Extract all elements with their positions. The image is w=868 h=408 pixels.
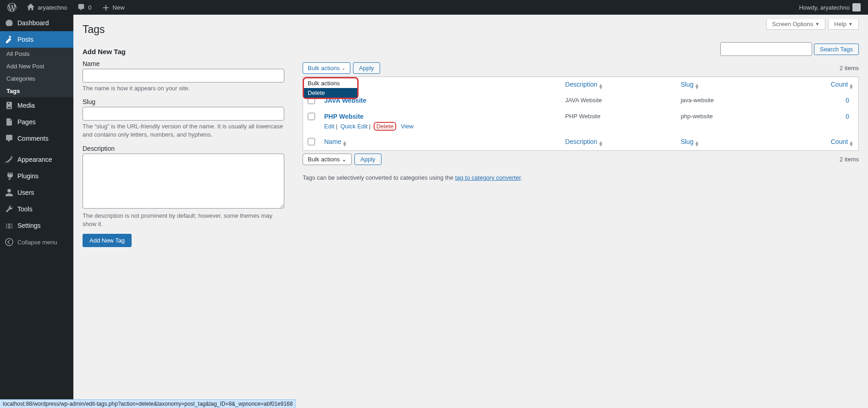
sidebar-item-tools[interactable]: Tools: [0, 201, 73, 217]
col-count-foot[interactable]: Count▲▼: [780, 134, 858, 150]
sidebar-item-settings[interactable]: Settings: [0, 217, 73, 234]
chevron-down-icon: ▼: [815, 22, 819, 27]
tag-count-link[interactable]: 0: [846, 113, 849, 120]
bulk-option-delete[interactable]: Delete: [304, 88, 357, 98]
comments-count: 0: [88, 4, 91, 11]
comment-icon: [77, 3, 85, 11]
comments-icon: [5, 134, 14, 143]
pin-icon: [5, 35, 14, 44]
table-row: JAVA Website JAVA Website java-website 0: [303, 93, 858, 109]
apply-button-bottom[interactable]: Apply: [354, 154, 381, 165]
name-input[interactable]: [83, 69, 284, 83]
sort-icon: ▲▼: [598, 83, 603, 89]
users-label: Users: [17, 189, 34, 196]
sidebar-item-categories[interactable]: Categories: [0, 72, 73, 85]
sidebar-item-appearance[interactable]: Appearance: [0, 151, 73, 168]
tag-to-category-converter-link[interactable]: tag to category converter: [455, 174, 520, 181]
pages-icon: [5, 117, 14, 127]
description-label: Description: [83, 145, 284, 152]
chevron-down-icon: ⌄: [342, 66, 345, 71]
avatar-icon: [852, 3, 861, 11]
table-row: PHP Website Edit| Quick Edit| Delete Vie…: [303, 109, 858, 134]
add-new-tag-button[interactable]: Add New Tag: [83, 234, 132, 247]
col-name-foot[interactable]: Name▲▼: [320, 134, 561, 150]
sidebar-item-comments[interactable]: Comments: [0, 130, 73, 147]
collapse-menu[interactable]: Collapse menu: [0, 234, 73, 250]
sort-icon: ▲▼: [694, 83, 699, 89]
new-content[interactable]: New: [98, 0, 128, 15]
col-count[interactable]: Count▲▼: [780, 77, 858, 93]
select-all-checkbox-bottom[interactable]: [308, 138, 315, 145]
items-count-top: 2 items: [840, 65, 859, 72]
dashboard-label: Dashboard: [17, 19, 49, 27]
settings-label: Settings: [17, 222, 41, 229]
comments-bubble[interactable]: 0: [73, 0, 95, 15]
apply-button-top[interactable]: Apply: [353, 62, 380, 74]
col-description[interactable]: Description▲▼: [561, 77, 676, 93]
bulk-actions-select-bottom[interactable]: Bulk actions ⌄: [303, 154, 352, 165]
row-checkbox[interactable]: [308, 113, 315, 120]
pages-label: Pages: [17, 118, 36, 126]
sort-icon: ▲▼: [598, 141, 603, 146]
sidebar-item-dashboard[interactable]: Dashboard: [0, 15, 73, 31]
tools-icon: [5, 204, 14, 214]
bulk-actions-dropdown: Bulk actions Delete: [303, 77, 359, 99]
tag-count-link[interactable]: 0: [846, 97, 849, 104]
collapse-icon: [5, 237, 14, 247]
sidebar-item-media[interactable]: Media: [0, 97, 73, 114]
bulk-actions-label: Bulk actions: [308, 65, 340, 72]
sidebar-item-posts[interactable]: Posts: [0, 31, 73, 48]
sort-icon: ▲▼: [849, 83, 854, 89]
col-slug[interactable]: Slug▲▼: [676, 77, 780, 93]
add-new-tag-heading: Add New Tag: [83, 48, 284, 55]
row-action-quick-edit[interactable]: Quick Edit: [340, 123, 367, 130]
tag-search-input[interactable]: [720, 42, 812, 56]
sidebar-item-all-posts[interactable]: All Posts: [0, 48, 73, 60]
site-name: aryatechno: [38, 4, 67, 11]
search-tags-button[interactable]: Search Tags: [814, 44, 859, 55]
tags-list-panel: Search Tags Bulk actions ⌄ Apply Bulk ac…: [303, 42, 859, 247]
home-icon: [27, 3, 35, 11]
col-description-foot[interactable]: Description▲▼: [561, 134, 676, 150]
users-icon: [5, 188, 14, 197]
row-action-view[interactable]: View: [401, 123, 414, 130]
tag-title-link[interactable]: PHP Website: [324, 113, 364, 120]
tags-table: Name▲▼ Description▲▼ Slug▲▼ Count▲▼ JAVA…: [303, 77, 859, 151]
sidebar-item-add-new-post[interactable]: Add New Post: [0, 60, 73, 72]
bulk-option-bulk-actions[interactable]: Bulk actions: [304, 78, 357, 88]
sidebar-item-plugins[interactable]: Plugins: [0, 168, 73, 184]
sidebar-item-tags[interactable]: Tags: [0, 85, 73, 97]
col-slug-foot[interactable]: Slug▲▼: [676, 134, 780, 150]
help-label: Help: [834, 21, 846, 28]
howdy-text: Howdy, aryatechno: [799, 4, 850, 11]
row-action-delete[interactable]: Delete: [376, 123, 394, 130]
content-area: Screen Options▼ Help▼ Tags Add New Tag N…: [73, 0, 868, 265]
dashboard-icon: [5, 18, 14, 28]
posts-submenu: All Posts Add New Post Categories Tags: [0, 48, 73, 97]
collapse-label: Collapse menu: [17, 239, 57, 246]
description-input[interactable]: [83, 154, 284, 209]
slug-input[interactable]: [83, 107, 284, 121]
site-link[interactable]: aryatechno: [23, 0, 71, 15]
bulk-actions-select-top[interactable]: Bulk actions ⌄: [303, 62, 350, 74]
help-toggle[interactable]: Help▼: [828, 19, 859, 30]
name-desc: The name is how it appears on your site.: [83, 84, 284, 93]
row-action-edit[interactable]: Edit: [324, 123, 334, 130]
settings-icon: [5, 221, 14, 230]
wp-logo[interactable]: [4, 0, 20, 15]
sidebar-item-pages[interactable]: Pages: [0, 114, 73, 130]
sidebar-item-users[interactable]: Users: [0, 184, 73, 201]
plugins-label: Plugins: [17, 172, 39, 180]
plugins-icon: [5, 171, 14, 181]
admin-bar: aryatechno 0 New Howdy, aryatechno: [0, 0, 868, 15]
appearance-icon: [5, 155, 14, 164]
new-label: New: [113, 4, 125, 11]
sort-icon: ▲▼: [342, 141, 347, 146]
bulk-actions-label: Bulk actions: [308, 156, 340, 163]
tag-desc: PHP Website: [561, 109, 676, 134]
my-account[interactable]: Howdy, aryatechno: [796, 0, 864, 15]
appearance-label: Appearance: [17, 156, 52, 163]
svg-point-0: [6, 238, 13, 246]
screen-options-toggle[interactable]: Screen Options▼: [766, 19, 826, 30]
screen-meta-links: Screen Options▼ Help▼: [766, 19, 859, 30]
